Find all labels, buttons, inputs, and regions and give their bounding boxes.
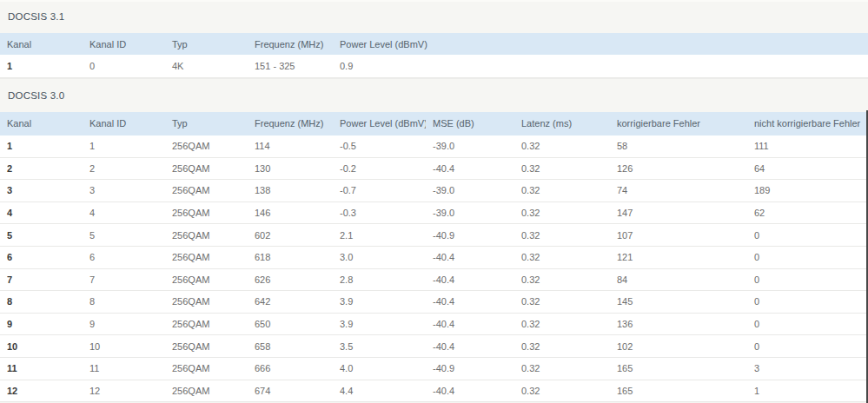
table-cell: 0.32: [514, 202, 610, 224]
column-header: Typ: [165, 33, 248, 55]
docsis30-section: DOCSIS 3.0 KanalKanal IDTypFrequenz (MHz…: [0, 78, 868, 403]
table-cell: 0.32: [514, 180, 610, 202]
table-cell: 0.32: [514, 246, 610, 268]
table-cell: 130: [248, 157, 333, 180]
column-header: Latenz (ms): [514, 112, 610, 135]
table-row: 33256QAM138-0.7-39.00.3274189: [0, 180, 868, 202]
table-cell: -40.9: [426, 357, 514, 380]
table-row: 77256QAM6262.8-40.40.32840: [0, 268, 868, 291]
table-cell: 102: [610, 335, 747, 358]
table-row: 22256QAM130-0.2-40.40.3212664: [0, 157, 868, 180]
table-cell: 256QAM: [165, 180, 248, 202]
table-cell: -0.7: [333, 180, 426, 202]
table-cell: -40.4: [426, 246, 514, 268]
docsis31-channel-table: KanalKanal IDTypFrequenz (MHz)Power Leve…: [0, 33, 868, 78]
table-cell: 3.9: [333, 313, 426, 335]
table-cell: 256QAM: [165, 335, 248, 358]
table-cell: -40.4: [426, 313, 514, 335]
table-cell: 145: [610, 291, 747, 314]
table-cell: 0: [747, 246, 868, 268]
table-cell: 256QAM: [165, 291, 248, 314]
table-row: 104K151 - 3250.9: [0, 55, 868, 77]
table-cell: 6: [83, 246, 165, 268]
table-cell: 256QAM: [165, 380, 248, 402]
table-cell: 136: [610, 313, 747, 335]
table-cell: 107: [610, 224, 747, 247]
table-cell: 8: [0, 291, 83, 314]
table-header-row: KanalKanal IDTypFrequenz (MHz)Power Leve…: [0, 33, 868, 55]
table-cell: -40.4: [426, 335, 514, 358]
table-cell: -39.0: [426, 135, 514, 158]
table-cell: 626: [248, 268, 333, 291]
table-cell: 256QAM: [165, 313, 248, 335]
table-cell: 7: [83, 268, 165, 291]
table-row: 44256QAM146-0.3-39.00.3214762: [0, 202, 868, 224]
table-row: 1212256QAM6744.4-40.40.321651: [0, 380, 868, 402]
table-cell: 4K: [165, 55, 248, 77]
table-cell: 0.32: [514, 268, 610, 291]
column-header: Power Level (dBmV): [333, 112, 426, 135]
column-header: Frequenz (MHz): [248, 33, 333, 55]
table-cell: 11: [0, 357, 83, 380]
table-row: 1010256QAM6583.5-40.40.321020: [0, 335, 868, 358]
table-cell: 1: [0, 55, 83, 77]
table-cell: -39.0: [426, 202, 514, 224]
table-cell: 4: [0, 202, 83, 224]
table-header-row: KanalKanal IDTypFrequenz (MHz)Power Leve…: [0, 112, 868, 135]
table-cell: 3: [0, 180, 83, 202]
table-cell: 2: [0, 157, 83, 180]
table-row: 66256QAM6183.0-40.40.321210: [0, 246, 868, 268]
table-cell: 0: [747, 268, 868, 291]
column-header: Frequenz (MHz): [248, 112, 333, 135]
column-header: nicht korrigierbare Fehler: [747, 112, 868, 135]
table-cell: 3: [83, 180, 165, 202]
table-cell: 3.9: [333, 291, 426, 314]
table-cell: 0.32: [514, 224, 610, 247]
section-title-docsis30: DOCSIS 3.0: [0, 78, 868, 112]
table-cell: 256QAM: [165, 268, 248, 291]
table-cell: 138: [248, 180, 333, 202]
table-cell: 165: [610, 380, 747, 402]
table-cell: 8: [83, 291, 165, 314]
table-cell: 64: [747, 157, 868, 180]
table-cell: -0.3: [333, 202, 426, 224]
table-cell: 165: [610, 357, 747, 380]
table-row: 88256QAM6423.9-40.40.321450: [0, 291, 868, 314]
table-cell: 5: [83, 224, 165, 247]
column-header: Kanal: [0, 33, 83, 55]
column-header: Kanal ID: [83, 112, 165, 135]
table-cell: 256QAM: [165, 357, 248, 380]
docsis31-section: DOCSIS 3.1 KanalKanal IDTypFrequenz (MHz…: [0, 2, 868, 78]
table-cell: 121: [610, 246, 747, 268]
column-header: korrigierbare Fehler: [610, 112, 747, 135]
table-cell: 189: [747, 180, 868, 202]
table-cell: 0.32: [514, 380, 610, 402]
table-cell: 256QAM: [165, 224, 248, 247]
table-cell: 6: [0, 246, 83, 268]
table-cell: 1: [83, 135, 165, 158]
table-cell: 3: [747, 357, 868, 380]
table-row: 1111256QAM6664.0-40.90.321653: [0, 357, 868, 380]
table-cell: 0.32: [514, 357, 610, 380]
table-cell: 11: [83, 357, 165, 380]
table-cell: 4.4: [333, 380, 426, 402]
table-cell: 7: [0, 268, 83, 291]
table-cell: 1: [0, 135, 83, 158]
table-cell: 62: [747, 202, 868, 224]
table-cell: 256QAM: [165, 135, 248, 158]
table-cell: 4.0: [333, 357, 426, 380]
table-row: 11256QAM114-0.5-39.00.3258111: [0, 135, 868, 158]
table-cell: -0.5: [333, 135, 426, 158]
table-row: 55256QAM6022.1-40.90.321070: [0, 224, 868, 247]
column-header: Typ: [165, 112, 248, 135]
table-cell: 5: [0, 224, 83, 247]
table-cell: 618: [248, 246, 333, 268]
table-cell: 9: [0, 313, 83, 335]
table-cell: 674: [248, 380, 333, 402]
table-cell: 256QAM: [165, 246, 248, 268]
table-cell: 111: [747, 135, 868, 158]
table-cell: -39.0: [426, 180, 514, 202]
table-cell: 0: [747, 335, 868, 358]
table-cell: 0: [747, 313, 868, 335]
table-cell: 74: [610, 180, 747, 202]
